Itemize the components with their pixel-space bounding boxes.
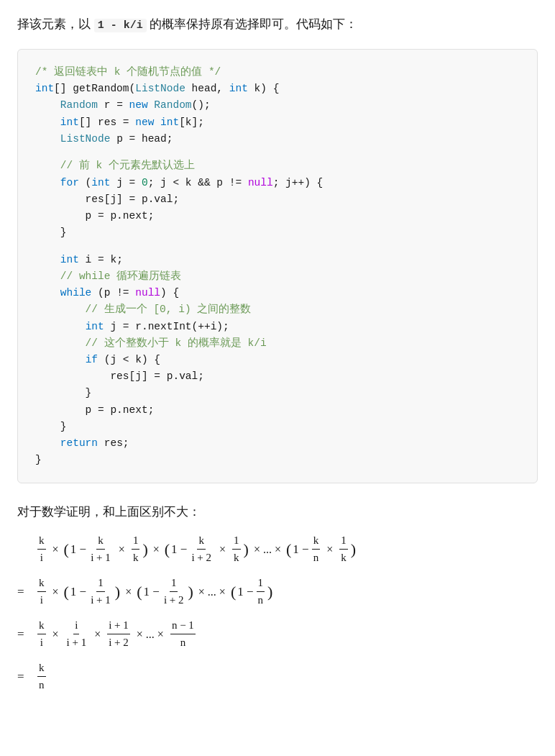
code-line-empty1 [35,147,520,158]
code-line-7: p = p.next; [35,208,520,224]
math-row3-prefix: = [17,627,32,642]
code-comment-1: // 前 k 个元素先默认选上 [35,158,520,174]
frac3-i-i1: i i + 1 [65,618,88,650]
one2-2: 1 − [144,585,160,599]
code-line-15: p = p.next; [35,402,520,419]
frac2-1-i1: 1 i + 1 [89,575,112,608]
code-line-4: ListNode p = head; [35,131,520,147]
code-line-10: while (p != null) { [35,285,520,301]
lparen2-1: ( [64,584,69,600]
code-block: /* 返回链表中 k 个随机节点的值 */ int[] getRandom(Li… [17,49,538,483]
code-line-13: res[j] = p.val; [35,368,520,385]
rparen-3: ) [351,542,356,557]
math-dots-1: × ... × [254,543,281,556]
math-times-4: × [219,543,226,556]
math-row-2: = k i × ( 1 − 1 i + 1 ) × ( 1 − 1 [17,575,538,608]
frac2-1-n: 1 n [257,575,265,608]
one-2: 1 − [171,542,187,557]
code-line-9: int i = k; [35,252,520,268]
rparen2-1: ) [115,584,120,600]
math-dots3: × ... × [137,628,164,641]
frac-1-k-3: 1 k [339,533,348,565]
math-times2-1: × [52,586,59,598]
code-line-1: int[] getRandom(ListNode head, int k) { [35,81,520,97]
lparen2-2: ( [137,584,142,600]
code-line-6: res[j] = p.val; [35,191,520,208]
frac2-1-i2: 1 i + 2 [162,575,185,608]
rparen2-2: ) [188,584,193,600]
one2-3: 1 − [237,585,253,599]
code-comment-3: // 生成一个 [0, i) 之间的整数 [35,301,520,318]
math-section: 对于数学证明，和上面区别不大： k i × ( 1 − k i + 1 × [17,504,538,693]
code-line-17: return res; [35,435,520,452]
frac-1-k-2: 1 k [232,533,241,565]
code-line-5: for (int j = 0; j < k && p != null; j++)… [35,175,520,191]
lparen-1: ( [64,542,69,557]
code-line-16: } [35,419,520,435]
math-times-2: × [119,543,125,556]
one-3: 1 − [293,542,308,557]
one2-1: 1 − [70,585,86,599]
lparen2-3: ( [231,584,236,600]
rparen-1: ) [142,542,147,557]
math-times-5: × [326,543,333,556]
math-row-4: = k n [17,660,538,693]
frac3-n1-n: n − 1 n [170,618,196,650]
one-1: 1 − [70,542,86,557]
code-comment-2: // while 循环遍历链表 [35,268,520,285]
frac3-i1-i2: i + 1 i + 2 [107,618,130,650]
code-line-12: if (j < k) { [35,352,520,368]
math-row-1: k i × ( 1 − k i + 1 × 1 k ) × ( [17,533,538,565]
code-line-18: } [35,452,520,468]
math-times-3: × [153,543,160,556]
intro-paragraph: 择该元素，以 1 - k/i 的概率保持原有选择即可。代码如下： [17,14,538,35]
math-times-1: × [52,543,59,556]
rparen2-3: ) [267,584,272,600]
code-line-14: } [35,385,520,401]
code-line-empty2 [35,241,520,252]
frac-k-i: k i [37,533,46,565]
frac-1-k-1: 1 k [132,533,140,565]
frac4-k-n: k n [37,660,46,693]
code-comment-header: /* 返回链表中 k 个随机节点的值 */ [35,64,520,81]
frac-k-n: k n [312,533,321,565]
code-line-8: } [35,224,520,241]
lparen-3: ( [286,542,291,557]
math-intro-text: 对于数学证明，和上面区别不大： [17,504,538,520]
math-times3-1: × [52,628,59,641]
math-times2-2: × [125,586,132,598]
math-row4-prefix: = [17,670,32,684]
lparen-2: ( [165,542,170,557]
frac2-k-i: k i [37,575,46,608]
code-line-3: int[] res = new int[k]; [35,114,520,131]
frac-k-i2: k i + 2 [190,533,213,565]
rparen-2: ) [244,542,249,557]
code-comment-4: // 这个整数小于 k 的概率就是 k/i [35,335,520,352]
frac-k-i1: k i + 1 [89,533,112,565]
math-row2-prefix: = [17,585,32,599]
code-line-11: int j = r.nextInt(++i); [35,319,520,335]
code-line-2: Random r = new Random(); [35,97,520,114]
frac3-k-i: k i [37,618,46,650]
math-row-3: = k i × i i + 1 × i + 1 i + 2 × ... × [17,618,538,650]
math-dots2: × ... × [198,586,226,598]
inline-code-expr: 1 - k/i [94,19,147,32]
page-container: 择该元素，以 1 - k/i 的概率保持原有选择即可。代码如下： /* 返回链表… [17,14,538,693]
math-times3-2: × [94,628,101,641]
